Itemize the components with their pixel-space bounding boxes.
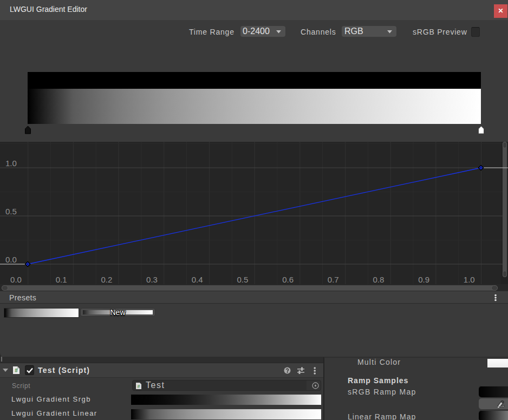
svg-text:#: #	[15, 368, 18, 373]
svg-text:#: #	[137, 384, 140, 389]
